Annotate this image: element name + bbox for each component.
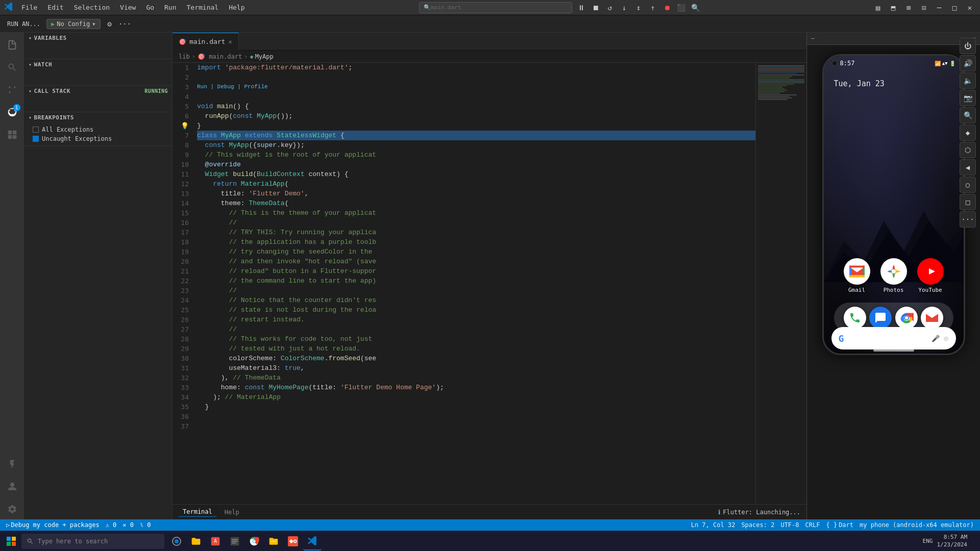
status-line-ending[interactable]: CRLF bbox=[805, 521, 820, 529]
menu-selection[interactable]: Selection bbox=[70, 3, 114, 12]
customize-layout[interactable]: ⊡ bbox=[918, 2, 930, 14]
status-language[interactable]: { } Dart bbox=[826, 521, 853, 529]
status-errors[interactable]: ✕ 0 bbox=[122, 521, 134, 529]
status-line-col[interactable]: Ln 7, Col 32 bbox=[691, 521, 736, 529]
status-sync[interactable]: ⑊ 0 bbox=[140, 521, 151, 529]
emu-power-btn[interactable]: ⏻ bbox=[960, 45, 976, 54]
taskbar-lang[interactable]: ENG bbox=[923, 538, 933, 544]
debug-stepout[interactable]: ↑ bbox=[647, 2, 659, 14]
code-content[interactable]: import 'package:flutter/material.dart'; … bbox=[193, 63, 755, 504]
code-editor[interactable]: 12345 6💡789 1011121314 1516171819 202122… bbox=[173, 63, 806, 504]
menu-help[interactable]: Help bbox=[225, 3, 249, 12]
close-win[interactable]: ✕ bbox=[964, 2, 976, 14]
vscode-status-bar: ▷ Debug my code + packages ⚠ 0 ✕ 0 ⑊ 0 L… bbox=[0, 519, 980, 531]
panel-toggle[interactable]: ⬒ bbox=[887, 2, 899, 14]
menu-go[interactable]: Go bbox=[142, 3, 158, 12]
status-encoding[interactable]: UTF-8 bbox=[780, 521, 799, 529]
taskbar-git-bash[interactable] bbox=[284, 532, 302, 550]
breakpoint-uncaught-exceptions[interactable]: Uncaught Exceptions bbox=[33, 134, 164, 143]
start-button[interactable] bbox=[2, 532, 20, 550]
phone-search[interactable]: G 🎤 ⊕ bbox=[831, 327, 956, 349]
layout-toggle[interactable]: ⊞ bbox=[902, 2, 915, 14]
emulator-titlebar: ─ ✕ bbox=[807, 33, 980, 45]
activity-account[interactable] bbox=[2, 477, 22, 497]
chrome-app[interactable] bbox=[895, 307, 918, 329]
debug-stop[interactable]: ⏹ bbox=[590, 2, 602, 14]
emu-screenshot-btn[interactable]: 📷 bbox=[960, 90, 976, 106]
home-indicator[interactable] bbox=[873, 349, 914, 352]
activity-search[interactable] bbox=[2, 57, 22, 78]
emu-zoom-btn[interactable]: 🔍 bbox=[960, 107, 976, 123]
debug-restart[interactable]: ↺ bbox=[604, 2, 616, 14]
help-tab[interactable]: Help bbox=[220, 508, 243, 517]
debug-stepinto[interactable]: ↕ bbox=[632, 2, 645, 14]
status-spaces[interactable]: Spaces: 2 bbox=[741, 521, 774, 529]
phone-search-bar[interactable]: G 🎤 ⊕ bbox=[831, 327, 956, 349]
gmail-app[interactable]: Gmail bbox=[844, 258, 870, 293]
call-stack-header[interactable]: ▾CALL STACK Running bbox=[24, 86, 172, 96]
breakpoint-all-exceptions[interactable]: All Exceptions bbox=[33, 125, 164, 134]
phone-screen[interactable]: 8:57 📶 ▲▼ 🔋 Tue, Jan 23 bbox=[824, 56, 964, 354]
tab-close-icon[interactable]: ✕ bbox=[228, 38, 232, 45]
emu-square-btn[interactable]: □ bbox=[960, 194, 976, 210]
taskbar-chrome[interactable] bbox=[245, 532, 263, 550]
taskbar-cortana[interactable] bbox=[167, 532, 186, 550]
debug-stepover[interactable]: ↓ bbox=[618, 2, 630, 14]
editor-area: 🎯 main.dart ✕ lib › 🎯 main.dart › ◈ MyAp… bbox=[173, 33, 806, 519]
terminal-tab[interactable]: Terminal bbox=[179, 507, 216, 517]
status-warnings[interactable]: ⚠ 0 bbox=[106, 521, 117, 529]
taskbar-search[interactable]: Type here to search bbox=[21, 534, 164, 549]
activity-extensions[interactable] bbox=[2, 124, 22, 145]
run-more[interactable]: ··· bbox=[119, 18, 131, 30]
activity-explorer[interactable] bbox=[2, 35, 22, 55]
call-stack-section: ▾CALL STACK Running bbox=[24, 86, 172, 112]
tab-main-dart[interactable]: 🎯 main.dart ✕ bbox=[173, 33, 239, 51]
emu-fold-btn[interactable]: ⬡ bbox=[960, 142, 976, 158]
activity-git[interactable] bbox=[2, 80, 22, 100]
emu-more-btn[interactable]: ··· bbox=[960, 211, 976, 228]
variables-header[interactable]: ▾VARIABLES bbox=[24, 33, 172, 43]
activity-settings[interactable] bbox=[2, 499, 22, 519]
emu-vol-down-btn[interactable]: 🔈 bbox=[960, 72, 976, 89]
menu-run[interactable]: Run bbox=[160, 3, 180, 12]
emu-home-btn[interactable]: ○ bbox=[960, 177, 976, 193]
menu-view[interactable]: View bbox=[116, 3, 140, 12]
menu-file[interactable]: File bbox=[17, 3, 41, 12]
messages-app[interactable] bbox=[869, 307, 892, 329]
taskbar-file-explorer[interactable] bbox=[187, 532, 205, 550]
sidebar-toggle[interactable]: ▤ bbox=[872, 2, 884, 14]
photos-app[interactable]: Photos bbox=[880, 258, 907, 293]
svg-rect-24 bbox=[7, 542, 11, 546]
youtube-app[interactable]: YouTube bbox=[917, 258, 944, 293]
maximize-win[interactable]: □ bbox=[948, 2, 961, 14]
watch-header[interactable]: ▾WATCH bbox=[24, 59, 172, 70]
taskbar-vscode[interactable] bbox=[303, 532, 322, 550]
activity-debug[interactable]: 1 bbox=[2, 102, 22, 122]
taskbar-explorer-file[interactable] bbox=[264, 532, 283, 550]
debug-stop2[interactable]: ⬛ bbox=[675, 2, 688, 14]
taskbar-clock[interactable]: 8:57 AM 1/23/2024 bbox=[937, 534, 967, 548]
gmail2-app[interactable] bbox=[921, 307, 943, 329]
menu-terminal[interactable]: Terminal bbox=[183, 3, 223, 12]
run-settings[interactable]: ⚙ bbox=[104, 18, 116, 30]
menu-edit[interactable]: Edit bbox=[43, 3, 67, 12]
gmail-label: Gmail bbox=[848, 287, 865, 293]
command-palette[interactable]: 🔍 main.dart bbox=[419, 2, 572, 13]
phone-app[interactable] bbox=[844, 307, 866, 329]
breakpoints-header[interactable]: ▾BREAKPOINTS bbox=[24, 112, 172, 123]
status-device[interactable]: my phone (android-x64 emulator) bbox=[860, 521, 974, 529]
debug-zoom[interactable]: 🔍 bbox=[690, 2, 702, 14]
emu-rotate-btn[interactable]: ◆ bbox=[960, 124, 976, 141]
debug-pause[interactable]: ⏸ bbox=[575, 2, 587, 14]
config-dropdown[interactable]: ▶ No Config ▾ bbox=[46, 19, 101, 29]
lens-search-icon[interactable]: ⊕ bbox=[944, 334, 949, 343]
activity-test[interactable] bbox=[2, 454, 22, 474]
minimize-win[interactable]: ─ bbox=[933, 2, 945, 14]
status-run[interactable]: ▷ Debug my code + packages bbox=[6, 521, 100, 529]
taskbar-app-3[interactable] bbox=[226, 532, 244, 550]
taskbar-app-2[interactable]: A bbox=[206, 532, 225, 550]
emu-back-btn[interactable]: ◀ bbox=[960, 159, 976, 176]
debug-record[interactable]: ⏺ bbox=[661, 2, 673, 14]
voice-search-icon[interactable]: 🎤 bbox=[932, 335, 940, 342]
run-button[interactable]: RUN AN... bbox=[4, 19, 43, 29]
